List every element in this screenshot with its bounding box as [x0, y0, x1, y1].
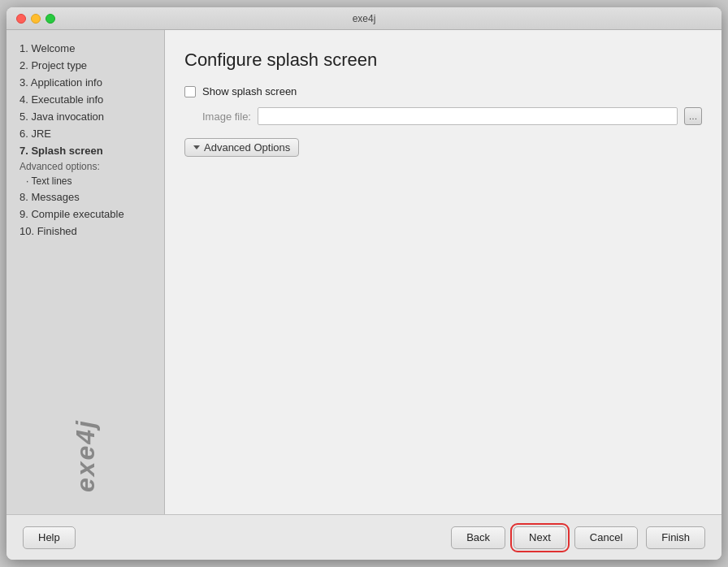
sidebar-item-executable-info[interactable]: 4. Executable info	[15, 91, 156, 108]
back-button[interactable]: Back	[451, 526, 505, 549]
sidebar-bottom: exe4j	[6, 423, 164, 504]
show-splash-checkbox[interactable]	[184, 86, 196, 97]
page-title: Configure splash screen	[184, 50, 702, 71]
sidebar-item-finished[interactable]: 10. Finished	[15, 223, 156, 240]
sidebar-nav: 1. Welcome 2. Project type 3. Applicatio…	[6, 40, 164, 423]
next-button[interactable]: Next	[514, 526, 566, 549]
sidebar-item-messages[interactable]: 8. Messages	[15, 188, 156, 206]
show-splash-row: Show splash screen	[184, 85, 702, 97]
sidebar-item-welcome[interactable]: 1. Welcome	[15, 40, 156, 57]
traffic-lights	[16, 14, 55, 24]
footer-right: Back Next Cancel Finish	[451, 526, 705, 549]
main-panel: Configure splash screen Show splash scre…	[165, 30, 722, 514]
sidebar-advanced-options-heading: Advanced options:	[15, 159, 156, 174]
sidebar-item-compile-executable[interactable]: 9. Compile executable	[15, 206, 156, 223]
footer-left: Help	[23, 526, 76, 549]
chevron-down-icon	[193, 145, 200, 149]
main-window: exe4j 1. Welcome 2. Project type 3. Appl…	[6, 7, 722, 560]
content-area: 1. Welcome 2. Project type 3. Applicatio…	[6, 30, 722, 514]
main-content: Show splash screen Image file: … Advance…	[184, 85, 702, 514]
window-title: exe4j	[353, 13, 376, 24]
advanced-options-container: Advanced Options	[184, 138, 702, 157]
close-button[interactable]	[16, 14, 26, 24]
sidebar-logo: exe4j	[71, 419, 101, 492]
sidebar-item-jre[interactable]: 6. JRE	[15, 125, 156, 142]
image-file-label: Image file:	[202, 110, 251, 123]
sidebar-item-text-lines[interactable]: · Text lines	[15, 174, 156, 188]
cancel-button[interactable]: Cancel	[574, 526, 638, 549]
sidebar-item-project-type[interactable]: 2. Project type	[15, 57, 156, 74]
sidebar-item-application-info[interactable]: 3. Application info	[15, 74, 156, 91]
advanced-options-button[interactable]: Advanced Options	[184, 138, 299, 157]
sidebar-item-splash-screen[interactable]: 7. Splash screen	[15, 142, 156, 159]
help-button[interactable]: Help	[23, 526, 76, 549]
sidebar-item-java-invocation[interactable]: 5. Java invocation	[15, 108, 156, 125]
image-file-row: Image file: …	[202, 107, 702, 125]
minimize-button[interactable]	[31, 14, 41, 24]
show-splash-label: Show splash screen	[202, 85, 297, 97]
title-bar: exe4j	[6, 7, 722, 30]
finish-button[interactable]: Finish	[646, 526, 705, 549]
sidebar: 1. Welcome 2. Project type 3. Applicatio…	[6, 30, 165, 514]
maximize-button[interactable]	[46, 14, 55, 24]
image-file-input[interactable]	[258, 107, 678, 125]
footer: Help Back Next Cancel Finish	[6, 514, 722, 560]
image-file-browse-button[interactable]: …	[684, 107, 702, 125]
